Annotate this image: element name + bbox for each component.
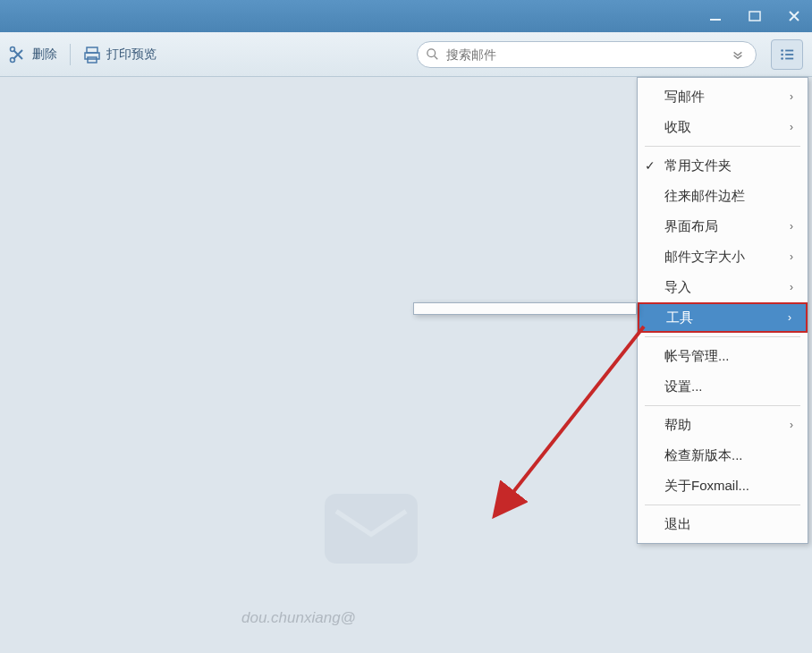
menu-item[interactable]: 收取› xyxy=(638,112,808,142)
menu-divider xyxy=(645,405,800,406)
menu-item-label: 帮助 xyxy=(664,417,691,434)
window-titlebar xyxy=(0,0,812,32)
main-menu: 写邮件›收取›✓常用文件夹往来邮件边栏界面布局›邮件文字大小›导入›工具›帐号管… xyxy=(637,77,808,544)
close-button[interactable] xyxy=(783,7,805,25)
search-dropdown-icon[interactable] xyxy=(729,46,747,64)
menu-item-label: 设置... xyxy=(664,378,703,395)
svg-point-10 xyxy=(781,53,783,55)
menu-item[interactable]: ✓常用文件夹 xyxy=(638,150,808,181)
scissors-icon xyxy=(9,46,27,64)
svg-rect-6 xyxy=(88,57,97,63)
menu-item[interactable]: 界面布局› xyxy=(638,211,808,242)
check-icon: ✓ xyxy=(645,158,656,173)
svg-point-7 xyxy=(427,48,436,56)
menu-item-label: 退出 xyxy=(664,516,691,533)
menu-item-label: 工具 xyxy=(666,310,693,326)
menu-item-label: 检查新版本... xyxy=(664,447,743,464)
svg-rect-1 xyxy=(749,12,760,21)
svg-rect-9 xyxy=(785,49,793,51)
watermark-email-text: dou.chunxiang@ xyxy=(241,609,356,627)
chevron-right-icon: › xyxy=(790,121,793,133)
menu-item[interactable]: 退出 xyxy=(638,509,808,539)
menu-item[interactable]: 工具› xyxy=(638,302,808,333)
printer-icon xyxy=(83,46,101,64)
menu-divider xyxy=(645,146,800,147)
menu-item-label: 关于Foxmail... xyxy=(664,478,749,495)
menu-item-label: 写邮件 xyxy=(664,89,705,106)
svg-rect-14 xyxy=(325,494,418,564)
menu-item[interactable]: 往来邮件边栏 xyxy=(638,181,808,211)
menu-item-label: 邮件文字大小 xyxy=(664,249,745,266)
search-icon xyxy=(427,48,439,61)
menu-item[interactable]: 写邮件› xyxy=(638,81,808,112)
menu-item[interactable]: 邮件文字大小› xyxy=(638,242,808,272)
delete-label: 删除 xyxy=(32,47,57,63)
toolbar: 删除 打印预览 xyxy=(0,32,812,77)
svg-point-3 xyxy=(11,57,15,62)
svg-rect-4 xyxy=(87,47,97,53)
menu-item[interactable]: 导入› xyxy=(638,272,808,302)
tools-submenu xyxy=(413,302,637,315)
svg-point-2 xyxy=(11,47,15,51)
menu-item[interactable]: 帮助› xyxy=(638,410,808,440)
chevron-right-icon: › xyxy=(790,419,793,431)
chevron-right-icon: › xyxy=(790,220,793,233)
menu-item-label: 帐号管理... xyxy=(664,348,730,365)
menu-item-label: 收取 xyxy=(664,119,691,136)
toolbar-separator xyxy=(70,44,71,65)
svg-rect-13 xyxy=(785,57,793,59)
menu-divider xyxy=(645,336,800,337)
watermark-logo xyxy=(313,471,429,587)
chevron-right-icon: › xyxy=(790,281,793,293)
search-input[interactable] xyxy=(446,47,722,62)
menu-item[interactable]: 设置... xyxy=(638,371,808,402)
menu-divider xyxy=(645,505,800,505)
chevron-right-icon: › xyxy=(788,311,791,324)
svg-point-12 xyxy=(781,57,783,60)
main-menu-button[interactable] xyxy=(771,39,803,70)
menu-item[interactable]: 检查新版本... xyxy=(638,440,808,471)
maximize-button[interactable] xyxy=(744,7,765,25)
chevron-right-icon: › xyxy=(790,90,793,103)
menu-item-label: 常用文件夹 xyxy=(664,157,732,174)
menu-item[interactable]: 关于Foxmail... xyxy=(638,471,808,501)
minimize-button[interactable] xyxy=(705,7,726,25)
chevron-right-icon: › xyxy=(790,250,793,263)
svg-rect-11 xyxy=(785,54,793,55)
menu-item[interactable]: 帐号管理... xyxy=(638,341,808,371)
print-preview-button[interactable]: 打印预览 xyxy=(83,46,156,64)
menu-item-label: 导入 xyxy=(664,279,691,296)
svg-point-8 xyxy=(781,49,783,52)
menu-item-label: 界面布局 xyxy=(664,218,718,235)
svg-rect-0 xyxy=(710,19,721,21)
delete-button[interactable]: 删除 xyxy=(9,46,57,64)
search-box[interactable] xyxy=(417,41,757,68)
menu-item-label: 往来邮件边栏 xyxy=(664,188,745,205)
print-preview-label: 打印预览 xyxy=(106,47,156,63)
